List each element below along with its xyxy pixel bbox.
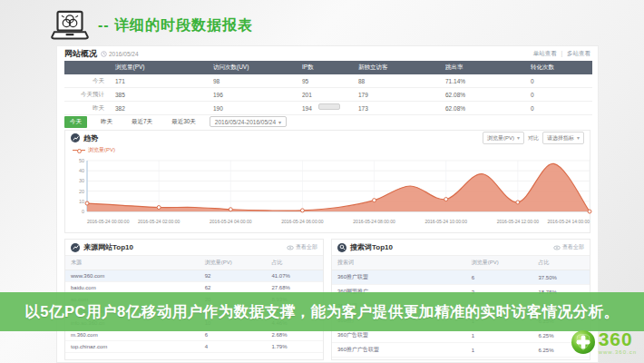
eye-icon [553,245,561,250]
top10-cell: top.chinaz.com [65,341,200,353]
top10-col-header: 浏览量(PV) [200,256,267,270]
top10-cell: 6 [466,270,533,285]
overview-row-label: 今天 [64,74,112,88]
top10-table-row: top.chinaz.com41.79% [65,341,323,353]
svg-text:2016-05-24 02:00:00: 2016-05-24 02:00:00 [138,219,181,224]
keywords-card-header: 搜索词Top10 查看全部 [332,240,590,255]
metric-select[interactable]: 浏览量(PV)▾ [483,132,524,144]
keywords-title: 搜索词Top10 [350,242,393,252]
legend-line-marker-icon [73,150,85,151]
eye-icon [287,245,294,250]
overview-cell: 0 [527,102,592,115]
top10-cell: 1 [466,358,533,361]
overview-row-label: 今天预计 [64,88,112,102]
sources-card-header: 来源网站Top10 查看全部 [65,240,323,255]
chevron-down-icon: ▾ [577,135,580,141]
top10-cell: 1 [466,343,533,358]
brand-logo: 360 www.360.cn [571,329,637,355]
svg-text:40: 40 [79,168,84,173]
caption-banner: 以5亿PC用户8亿移动用户作为数据支撑，能为客户提供更加精准的实时访客情况分析。 [0,292,644,331]
overview-header: 网站概况 2016/05/24 单站查看 | 多站查看 [64,48,590,60]
top10-table-row: 360推广联盟637.50% [332,270,590,285]
trend-title: 趋势 [83,133,98,143]
svg-text:2016-05-24 00:00:00: 2016-05-24 00:00:00 [87,219,130,224]
top10-cell: 6.25% [533,358,590,361]
overview-cell: 196 [210,88,298,102]
top10-cell: 41.07% [267,270,323,282]
sources-icon [71,243,80,252]
single-site-link[interactable]: 单站查看 [533,50,557,56]
overview-cell: 382 [112,102,210,115]
top10-cell: 4 [200,341,267,353]
caption-text: 以5亿PC用户8亿移动用户作为数据支撑，能为客户提供更加精准的实时访客情况分析。 [24,302,619,322]
top10-table-row: www.360.com9241.07% [65,270,323,282]
tab-昨天[interactable]: 昨天 [95,116,118,128]
compare-label: 对比 [528,134,539,142]
chart-legend: 浏览量(PV) [65,145,590,155]
overview-cell: 98 [210,74,298,88]
clock-icon [101,51,107,57]
overview-cell: 190 [210,102,298,115]
overview-cell: 171 [112,74,210,88]
svg-text:2016-05-24 08:00:00: 2016-05-24 08:00:00 [353,219,395,224]
top10-cell: 1.79% [267,341,323,353]
trend-header: 趋势 浏览量(PV)▾ 对比 请选择指标▾ [65,131,590,145]
overview-cell: 173 [355,102,442,115]
overview-col-header: 新独立访客 [355,61,442,74]
360-ball-icon [571,329,596,355]
svg-text:2016-05-24 14:00:00: 2016-05-24 14:00:00 [548,219,590,224]
svg-text:2016-05-24 10:00:00: 2016-05-24 10:00:00 [424,219,467,224]
top10-col-header: 浏览量(PV) [466,256,533,270]
trend-card: 趋势 浏览量(PV)▾ 对比 请选择指标▾ 浏览量(PV) 0102030405… [64,130,590,233]
overview-title: 网站概况 [64,48,97,60]
svg-text:10: 10 [79,199,84,204]
logo-brand-text: 360 [599,329,637,348]
overview-cell: 201 [298,88,355,102]
sources-title: 来源网站Top10 [83,242,133,252]
trend-controls: 浏览量(PV)▾ 对比 请选择指标▾ [483,132,584,144]
laptop-report-icon [50,10,90,43]
top10-cell: 92 [200,270,267,282]
overview-cell: 0 [527,88,592,102]
chevron-down-icon: ▾ [517,135,520,141]
legend-label: 浏览量(PV) [88,146,115,154]
svg-text:20: 20 [79,189,84,194]
overview-links: 单站查看 | 多站查看 [533,50,590,58]
trend-chart: 010203040502016-05-24 00:00:002016-05-24… [65,155,590,231]
overview-table-head: 浏览量(PV)访问次数(UV)IP数新独立访客跳出率转化次数 [64,61,592,74]
logo-site-text: www.360.cn [599,349,637,355]
collapse-toggle-button[interactable] [318,103,340,110]
top10-col-header: 占比 [267,256,323,270]
compare-metric-select[interactable]: 请选择指标▾ [542,132,584,144]
chevron-down-icon: ▾ [278,120,281,125]
top10-cell: www.360.com [65,270,200,282]
tab-今天[interactable]: 今天 [64,116,87,128]
overview-col-header: 访问次数(UV) [210,61,298,74]
overview-date: 2016/05/24 [101,51,139,57]
svg-text:2016-05-24 12:00:00: 2016-05-24 12:00:00 [497,219,540,224]
overview-cell: 0 [527,74,592,88]
svg-text:30: 30 [79,178,84,183]
tab-最近30天[interactable]: 最近30天 [166,116,201,128]
overview-cell: 62.08% [442,102,527,115]
overview-cell: 88 [355,74,442,88]
tab-最近7天[interactable]: 最近7天 [126,116,158,128]
date-range-picker[interactable]: 2016/05/24-2016/05/24▾ [210,116,287,127]
svg-text:50: 50 [79,158,84,163]
keywords-view-all-link[interactable]: 查看全部 [553,243,584,251]
overview-cell: 95 [298,74,355,88]
overview-col-header: IP数 [298,61,355,74]
top10-col-header: 来源 [65,256,200,270]
top10-cell: 360推广联盟 [332,270,466,285]
overview-cell: 179 [355,88,442,102]
overview-row-label: 昨天 [64,102,112,115]
overview-table-row: 今天17198958871.14%0 [64,74,592,88]
top10-table-row: 360联盟官网16.25% [332,358,590,361]
overview-col-header: 转化次数 [527,61,592,74]
multi-site-link[interactable]: 多站查看 [567,50,590,56]
top10-cell: 37.50% [533,270,590,285]
svg-text:0: 0 [82,209,84,214]
sources-view-all-link[interactable]: 查看全部 [287,243,317,251]
keywords-icon [337,243,346,252]
top10-cell: 360联盟官网 [332,358,466,361]
